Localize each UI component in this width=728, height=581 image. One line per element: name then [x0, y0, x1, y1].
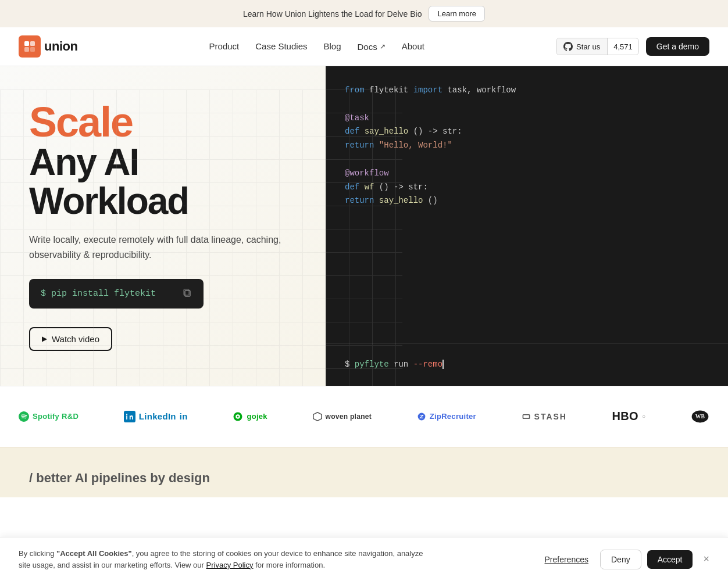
code-def1: def — [345, 127, 359, 136]
svg-marker-11 — [313, 412, 321, 420]
linkedin-icon — [124, 411, 135, 422]
logo-woven: woven planet — [313, 412, 372, 421]
nav-links: Product Case Studies Blog Docs About — [209, 41, 424, 52]
logo-stash: STASH — [522, 412, 567, 421]
logos-section: Spotify R&D LinkedIn in gojek woven plan… — [0, 386, 728, 447]
watch-video-button[interactable]: ▶ Watch video — [29, 327, 112, 351]
stash-label: STASH — [534, 412, 567, 421]
top-banner: Learn How Union Lightens the Load for De… — [0, 0, 728, 27]
code-items: task, workflow — [447, 85, 516, 95]
hbo-sup: ○ — [642, 413, 645, 419]
logo[interactable]: union — [19, 35, 77, 58]
svg-rect-2 — [24, 47, 29, 52]
woven-label: woven planet — [326, 413, 372, 421]
spotify-icon — [19, 411, 29, 422]
linkedin-label: LinkedIn — [139, 411, 176, 421]
star-count: 4,571 — [608, 39, 638, 55]
nav-product[interactable]: Product — [209, 41, 240, 51]
logo-gojek: gojek — [233, 411, 267, 422]
code-block-top: from flytekit import task, workflow @tas… — [326, 66, 728, 344]
bottom-tagline: / better AI pipelines by design — [29, 471, 699, 486]
gojek-label: gojek — [247, 412, 267, 421]
cursor — [442, 360, 444, 369]
code-line-decorator2: @workflow — [345, 167, 709, 181]
svg-rect-14 — [523, 415, 529, 418]
code-line-3: def say_hello () -> str: — [345, 125, 709, 139]
code-fn1: say_hello — [365, 127, 409, 136]
github-star-button[interactable]: Star us 4,571 — [556, 38, 639, 55]
nav-blog[interactable]: Blog — [323, 41, 341, 51]
code-task-decorator: @task — [345, 113, 369, 123]
svg-rect-1 — [30, 41, 35, 46]
code-prompt: $ — [345, 360, 355, 369]
zip-label: ZipRecruiter — [430, 412, 476, 421]
install-command: $ pip install flytekit — [41, 289, 156, 299]
svg-text:WB: WB — [695, 413, 705, 419]
svg-rect-3 — [30, 47, 35, 52]
woven-icon — [313, 412, 322, 421]
hero-title-scale: Scale — [29, 101, 297, 143]
code-line-4: return "Hello, World!" — [345, 139, 709, 153]
get-demo-button[interactable]: Get a demo — [646, 37, 709, 56]
nav-about[interactable]: About — [402, 41, 424, 51]
banner-learn-more[interactable]: Learn more — [429, 6, 484, 21]
code-module: flytekit — [369, 85, 413, 95]
code-params2: () -> str: — [379, 182, 428, 192]
nav-docs[interactable]: Docs — [358, 42, 386, 52]
hbo-label: HBO — [612, 410, 638, 423]
hero-title-main: Any AI Workload — [29, 143, 297, 221]
svg-point-10 — [237, 415, 239, 417]
svg-rect-0 — [24, 41, 29, 46]
github-star-left: Star us — [556, 38, 608, 55]
code-block-bottom: $ pyflyte run --remo — [326, 344, 728, 386]
code-fn2: wf — [365, 182, 374, 192]
logo-wb: WB — [691, 410, 709, 424]
code-run-line: $ pyflyte run --remo — [345, 358, 709, 372]
logos-row: Spotify R&D LinkedIn in gojek woven plan… — [19, 410, 709, 424]
zip-icon — [417, 412, 426, 421]
main-nav: union Product Case Studies Blog Docs Abo… — [0, 27, 728, 66]
code-run: run — [394, 360, 408, 369]
code-return2: return — [345, 196, 374, 205]
code-workflow-decorator: @workflow — [345, 168, 389, 178]
logo-text: union — [44, 39, 77, 54]
code-cmd: pyflyte — [355, 360, 389, 369]
code-line-7: return say_hello () — [345, 194, 709, 208]
code-params1: () -> str: — [413, 127, 462, 136]
code-line-decorator1: @task — [345, 112, 709, 125]
logo-spotify: Spotify R&D — [19, 411, 78, 422]
hero-section: Scale Any AI Workload Write locally, exe… — [0, 66, 728, 386]
logo-linkedin: LinkedIn in — [124, 411, 188, 422]
code-call: say_hello — [379, 196, 423, 205]
hero-left: Scale Any AI Workload Write locally, exe… — [0, 66, 326, 386]
gojek-icon — [233, 411, 243, 422]
star-label: Star us — [576, 42, 600, 51]
logo-hbo: HBO ○ — [612, 410, 646, 423]
hero-wrapper: Scale Any AI Workload Write locally, exe… — [0, 66, 728, 386]
watch-label: Watch video — [52, 334, 99, 344]
code-import: import — [413, 85, 442, 95]
install-snippet: $ pip install flytekit — [29, 279, 204, 309]
nav-right: Star us 4,571 Get a demo — [556, 37, 709, 56]
code-from: from — [345, 85, 365, 95]
nav-case-studies[interactable]: Case Studies — [255, 41, 307, 51]
hero-title: Scale Any AI Workload — [29, 101, 297, 232]
code-def2: def — [345, 182, 359, 192]
logo-mark — [19, 35, 41, 58]
spotify-label: Spotify R&D — [33, 412, 78, 421]
stash-icon — [522, 412, 531, 421]
logo-ziprecruiter: ZipRecruiter — [417, 412, 476, 421]
hero-description: Write locally, execute remotely with ful… — [29, 232, 285, 262]
banner-text: Learn How Union Lightens the Load for De… — [243, 9, 422, 19]
code-call-paren: () — [428, 196, 438, 205]
code-panel: from flytekit import task, workflow @tas… — [326, 66, 728, 386]
code-string1: "Hello, World!" — [379, 141, 452, 150]
code-line-6: def wf () -> str: — [345, 181, 709, 195]
copy-icon[interactable] — [183, 288, 192, 299]
code-line-1: from flytekit import task, workflow — [345, 84, 709, 98]
play-icon: ▶ — [42, 335, 47, 343]
code-return1: return — [345, 141, 374, 150]
github-icon — [563, 42, 573, 51]
code-flag: --remo — [413, 360, 442, 369]
linkedin-in: in — [180, 411, 188, 421]
